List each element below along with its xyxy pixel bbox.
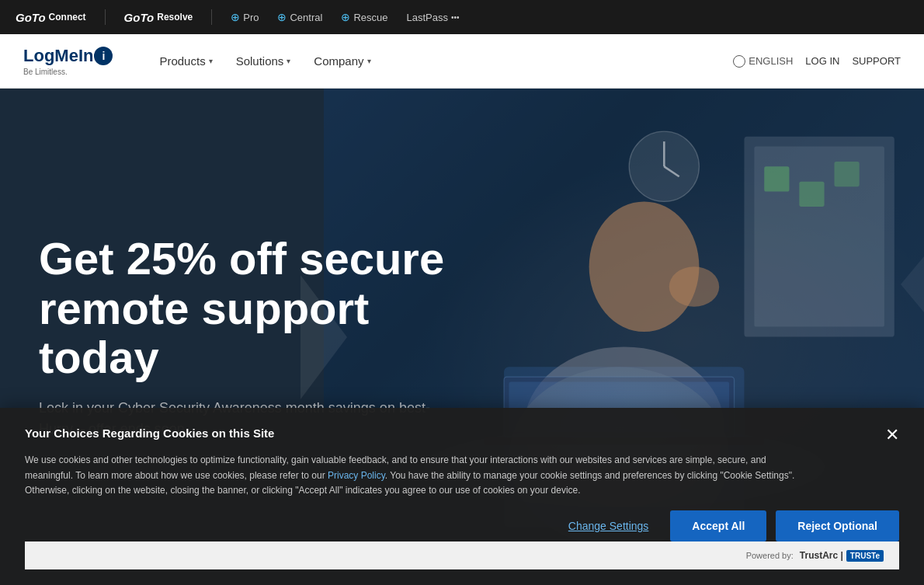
nav-company[interactable]: Company ▾ [314, 54, 370, 68]
nav-company-label: Company [314, 54, 363, 68]
goto-connect-brand[interactable]: GoTo Connect [16, 11, 86, 24]
topbar-rescue-label: Rescue [353, 12, 387, 23]
support-link[interactable]: SUPPORT [852, 55, 901, 67]
topbar-lastpass-label: LastPass [406, 12, 447, 23]
dots-icon: ••• [451, 13, 460, 22]
svg-point-3 [589, 201, 699, 332]
cookie-banner-header: Your Choices Regarding Cookies on this S… [25, 427, 899, 444]
trustarc-brand-text: TrustArc | [800, 550, 843, 561]
main-nav: Products ▾ Solutions ▾ Company ▾ [159, 54, 733, 68]
accept-all-button[interactable]: Accept All [670, 510, 766, 541]
cookie-banner: Your Choices Regarding Cookies on this S… [0, 408, 924, 585]
svg-rect-13 [834, 162, 859, 186]
nav-products-label: Products [159, 54, 205, 68]
topbar-pro[interactable]: ⊕ Pro [231, 11, 259, 23]
svg-rect-11 [764, 166, 789, 191]
topbar-lastpass[interactable]: LastPass ••• [406, 12, 459, 23]
hero-arrow-right [901, 238, 924, 331]
svg-rect-12 [799, 182, 824, 207]
topbar-pro-label: Pro [243, 12, 259, 23]
change-settings-button[interactable]: Change Settings [556, 512, 662, 540]
header-right: ENGLISH LOG IN SUPPORT [733, 55, 901, 68]
plus-icon-central: ⊕ [277, 11, 287, 23]
cookie-banner-actions: Change Settings Accept All Reject Option… [25, 510, 899, 541]
reject-optional-button[interactable]: Reject Optional [776, 510, 899, 541]
nav-products[interactable]: Products ▾ [159, 54, 212, 68]
main-header: LogMeIn i Be Limitless. Products ▾ Solut… [0, 34, 924, 89]
trustarc-logo: TrustArc | TRUSTe [800, 550, 884, 562]
logo-main: LogMeIn i [23, 46, 113, 66]
truste-badge: TRUSTe [846, 550, 884, 562]
svg-point-5 [669, 266, 718, 307]
top-nav-bar: GoTo Connect GoTo Resolve ⊕ Pro ⊕ Centra… [0, 0, 924, 34]
logo-circle: i [94, 47, 113, 65]
plus-icon-pro: ⊕ [231, 11, 240, 23]
nav-solutions-label: Solutions [236, 54, 284, 68]
cookie-close-button[interactable]: ✕ [885, 427, 899, 444]
chevron-down-icon-company: ▾ [367, 57, 371, 65]
divider-2 [211, 9, 212, 25]
chevron-down-icon: ▾ [209, 57, 213, 65]
cookie-banner-title: Your Choices Regarding Cookies on this S… [25, 427, 274, 440]
divider-1 [105, 9, 106, 25]
nav-solutions[interactable]: Solutions ▾ [236, 54, 291, 68]
goto-connect-label: Connect [49, 12, 86, 23]
cookie-banner-body: We use cookies and other technologies to… [25, 453, 801, 498]
goto-resolve-label: Resolve [157, 12, 193, 23]
globe-icon [733, 55, 745, 68]
login-link[interactable]: LOG IN [805, 55, 839, 67]
logo-text: LogMeIn [23, 46, 93, 66]
powered-by-label: Powered by: [746, 551, 794, 560]
logo-tagline: Be Limitless. [23, 68, 113, 76]
trustarc-footer: Powered by: TrustArc | TRUSTe [25, 541, 899, 569]
chevron-down-icon-solutions: ▾ [287, 57, 290, 65]
logmein-logo[interactable]: LogMeIn i Be Limitless. [23, 46, 113, 76]
privacy-policy-link[interactable]: Privacy Policy [328, 470, 385, 481]
topbar-central[interactable]: ⊕ Central [277, 11, 322, 23]
hero-title: Get 25% off secure remote support today [39, 234, 470, 382]
language-label: ENGLISH [749, 55, 793, 67]
topbar-central-label: Central [290, 12, 322, 23]
topbar-rescue[interactable]: ⊕ Rescue [341, 11, 387, 23]
goto-resolve-brand[interactable]: GoTo Resolve [124, 11, 193, 24]
language-selector[interactable]: ENGLISH [733, 55, 793, 68]
plus-icon-rescue: ⊕ [341, 11, 350, 23]
